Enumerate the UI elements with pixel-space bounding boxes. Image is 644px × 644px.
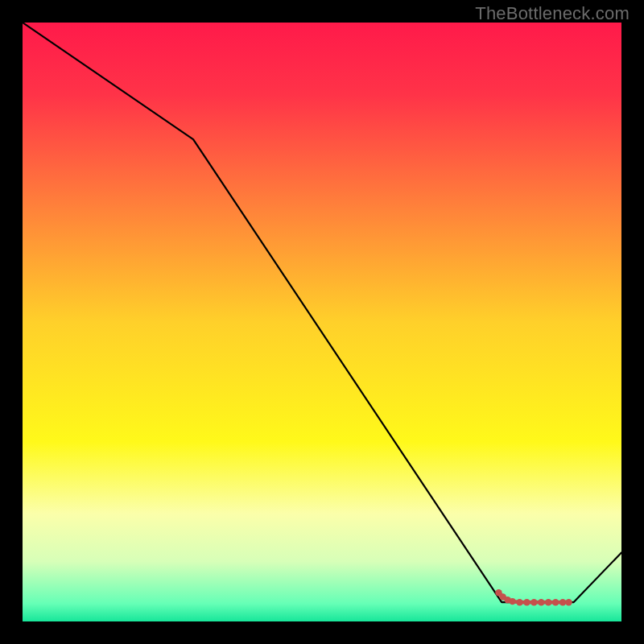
data-point bbox=[516, 599, 522, 605]
data-point bbox=[509, 598, 515, 605]
data-point bbox=[552, 599, 559, 605]
plot-area bbox=[23, 23, 621, 621]
data-point bbox=[530, 599, 537, 605]
data-point bbox=[545, 599, 551, 605]
data-point bbox=[559, 599, 566, 605]
chart-svg bbox=[23, 23, 621, 621]
data-point bbox=[565, 599, 572, 605]
gradient-background bbox=[23, 23, 621, 621]
chart-container: TheBottleneck.com bbox=[0, 0, 644, 644]
attribution-text: TheBottleneck.com bbox=[475, 3, 630, 24]
data-point bbox=[523, 599, 530, 605]
data-point bbox=[538, 599, 544, 605]
